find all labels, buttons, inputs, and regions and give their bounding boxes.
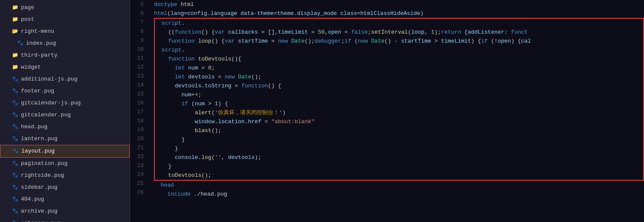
sidebar-item-index-pug[interactable]: 🐾 index.pug bbox=[0, 37, 130, 49]
sidebar-item-404-pug[interactable]: 🐾 404.pug bbox=[0, 193, 130, 205]
file-tree-sidebar[interactable]: 📁 page 📁 post 📂 right-menu 🐾 index.pug 📁… bbox=[0, 0, 130, 222]
sidebar-item-page[interactable]: 📁 page bbox=[0, 2, 130, 14]
sidebar-item-label: layout.pug bbox=[21, 147, 55, 156]
pug-icon: 🐾 bbox=[12, 219, 18, 222]
pug-icon: 🐾 bbox=[12, 75, 18, 84]
sidebar-item-label: 404.pug bbox=[21, 195, 44, 204]
sidebar-item-label: pagination.pug bbox=[21, 159, 67, 168]
code-line-14: devtools.toString = function() { bbox=[155, 81, 643, 90]
sidebar-item-gitcalendar-js-pug[interactable]: 🐾 gitcalendar-js.pug bbox=[0, 97, 130, 109]
sidebar-item-post[interactable]: 📁 post bbox=[0, 14, 130, 26]
code-line-23: } bbox=[155, 162, 643, 171]
sidebar-item-label: lantern.pug bbox=[21, 134, 58, 144]
sidebar-item-label: widget bbox=[21, 63, 41, 72]
pug-icon: 🐾 bbox=[12, 171, 18, 180]
line-numbers: 5 6 7 8 9 10 11 12 13 14 15 16 17 18 19 … bbox=[130, 0, 151, 199]
sidebar-item-layout-pug[interactable]: 🐾 layout.pug bbox=[0, 145, 130, 158]
code-line-16: if (num > 1) { bbox=[155, 99, 643, 108]
sidebar-item-additional-js-pug[interactable]: 🐾 additional-js.pug bbox=[0, 73, 130, 85]
sidebar-item-rightside-pug[interactable]: 🐾 rightside.pug bbox=[0, 170, 130, 182]
highlighted-block: script. ((function() {var callbacks = []… bbox=[154, 18, 644, 181]
sidebar-item-right-menu[interactable]: 📂 right-menu bbox=[0, 26, 130, 37]
code-editor[interactable]: 5 6 7 8 9 10 11 12 13 14 15 16 17 18 19 … bbox=[130, 0, 644, 222]
folder-icon: 📂 bbox=[12, 27, 18, 36]
code-line-19: blast(); bbox=[155, 126, 643, 135]
sidebar-item-label: gitcalendar-js.pug bbox=[21, 98, 81, 108]
pug-icon: 🐾 bbox=[12, 147, 19, 156]
code-container: 5 6 7 8 9 10 11 12 13 14 15 16 17 18 19 … bbox=[130, 0, 644, 199]
sidebar-item-head-pug[interactable]: 🐾 head.pug bbox=[0, 121, 130, 133]
code-line-12: let num = 0; bbox=[155, 63, 643, 72]
sidebar-item-label: post bbox=[21, 15, 34, 24]
code-line-24: toDevtools(); bbox=[155, 171, 643, 180]
folder-icon: 📁 bbox=[12, 51, 18, 60]
code-line-15: num++; bbox=[155, 90, 643, 99]
code-line-26: include ./head.pug bbox=[154, 190, 644, 199]
sidebar-item-footer-pug[interactable]: 🐾 footer.pug bbox=[0, 85, 130, 97]
sidebar-item-label: page bbox=[21, 3, 34, 12]
sidebar-item-pagination-pug[interactable]: 🐾 pagination.pug bbox=[0, 158, 130, 170]
sidebar-item-lantern-pug[interactable]: 🐾 lantern.pug bbox=[0, 133, 130, 145]
folder-icon: 📁 bbox=[12, 63, 18, 72]
sidebar-item-label: right-menu bbox=[21, 27, 54, 36]
code-line-10: script. bbox=[155, 46, 643, 55]
pug-icon: 🐾 bbox=[12, 183, 18, 192]
sidebar-item-label: index.pug bbox=[26, 39, 56, 48]
pug-icon: 🐾 bbox=[12, 195, 18, 204]
sidebar-item-label: gitcalendar.pug bbox=[21, 110, 71, 120]
code-line-25: head bbox=[154, 181, 644, 190]
pug-icon: 🐾 bbox=[12, 207, 18, 216]
code-line-7: script. bbox=[155, 19, 643, 28]
code-line-5: doctype html bbox=[154, 0, 644, 9]
sidebar-item-archive-pug[interactable]: 🐾 archive.pug bbox=[0, 205, 130, 217]
folder-icon: 📁 bbox=[12, 15, 18, 24]
code-line-18: window.location.href = "about:blank" bbox=[155, 117, 643, 126]
sidebar-item-label: footer.pug bbox=[21, 86, 54, 96]
sidebar-item-label: sidebar.pug bbox=[21, 183, 58, 192]
code-line-9: function loop() {var startTime = new Dat… bbox=[155, 37, 643, 46]
sidebar-item-label: additional-js.pug bbox=[21, 75, 78, 84]
code-line-8: ((function() {var callbacks = [],timeLim… bbox=[155, 28, 643, 37]
sidebar-item-label: head.pug bbox=[21, 122, 47, 132]
code-content: doctype html html(lang=config.language d… bbox=[151, 0, 644, 199]
sidebar-item-label: category.pug bbox=[21, 219, 61, 222]
pug-icon: 🐾 bbox=[12, 159, 18, 168]
pug-icon: 🐾 bbox=[12, 110, 18, 120]
folder-icon: 📁 bbox=[12, 3, 18, 12]
sidebar-item-category-pug[interactable]: 🐾 category.pug bbox=[0, 217, 130, 222]
sidebar-item-label: rightside.pug bbox=[21, 171, 64, 180]
pug-icon: 🐾 bbox=[12, 98, 18, 108]
code-line-17: alert('你真坏，请关闭控制台！') bbox=[155, 108, 643, 117]
pug-icon: 🐾 bbox=[17, 39, 23, 48]
pug-icon: 🐾 bbox=[12, 134, 18, 144]
sidebar-item-label: third-party bbox=[21, 51, 58, 60]
code-line-6: html(lang=config.language data-theme=the… bbox=[154, 9, 644, 18]
sidebar-item-widget[interactable]: 📁 widget bbox=[0, 61, 130, 73]
sidebar-item-gitcalendar-pug[interactable]: 🐾 gitcalendar.pug bbox=[0, 109, 130, 121]
code-line-20: } bbox=[155, 135, 643, 144]
pug-icon: 🐾 bbox=[12, 86, 18, 96]
code-line-22: console.log('', devtools); bbox=[155, 153, 643, 162]
sidebar-item-sidebar-pug[interactable]: 🐾 sidebar.pug bbox=[0, 182, 130, 193]
code-line-13: let devtools = new Date(); bbox=[155, 72, 643, 81]
code-line-21: } bbox=[155, 144, 643, 153]
sidebar-item-third-party[interactable]: 📁 third-party bbox=[0, 49, 130, 61]
code-line-11: function toDevtools(){ bbox=[155, 55, 643, 63]
sidebar-item-label: archive.pug bbox=[21, 207, 58, 216]
pug-icon: 🐾 bbox=[12, 122, 18, 132]
